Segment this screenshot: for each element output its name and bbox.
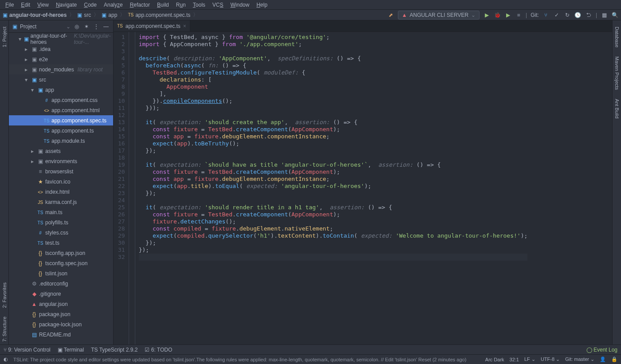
git-history-icon[interactable]: 🕓 <box>574 12 582 19</box>
theme-indicator[interactable]: Arc Dark <box>485 357 504 362</box>
tree-item[interactable]: {}package-lock.json <box>9 319 113 329</box>
tree-item[interactable]: ▸▣assets <box>9 146 113 156</box>
stop-button[interactable]: ■ <box>515 12 522 19</box>
line-ending[interactable]: LF ⌄ <box>524 356 535 362</box>
hide-panel-icon[interactable]: — <box>102 23 110 30</box>
menu-window[interactable]: Window <box>227 0 253 9</box>
tree-item[interactable]: TSapp.component.spec.ts <box>9 115 113 125</box>
tree-item[interactable]: ▤README.md <box>9 329 113 340</box>
menu-view[interactable]: View <box>34 0 52 9</box>
git-branch[interactable]: Git: master ⌄ <box>565 356 594 362</box>
tool-vcs-tab[interactable]: ⑂ 9: Version Control <box>4 347 51 353</box>
fold-gutter <box>129 32 135 344</box>
tree-item[interactable]: JSkarma.conf.js <box>9 197 113 207</box>
tree-item[interactable]: ◆.gitignore <box>9 289 113 299</box>
settings-icon[interactable]: ⋮ <box>93 23 100 30</box>
lock-icon[interactable]: 🔒 <box>611 356 617 362</box>
project-tree[interactable]: ▾▣angular-tour-of-heroesK:\Dev\angular-t… <box>9 33 113 344</box>
git-revert-icon[interactable]: ⮌ <box>585 12 592 19</box>
tree-item[interactable]: TStest.ts <box>9 238 113 248</box>
tree-item[interactable]: ▲angular.json <box>9 299 113 309</box>
tree-item[interactable]: ▾▣src <box>9 74 113 85</box>
chevron-right-icon: 〉 <box>69 11 75 19</box>
tree-item[interactable]: {}tslint.json <box>9 268 113 278</box>
tool-favorites-tab[interactable]: 2: Favorites <box>1 280 8 310</box>
breadcrumb-src[interactable]: ▣src <box>77 12 91 18</box>
code-content[interactable]: import { TestBed, async } from '@angular… <box>135 32 528 344</box>
menu-refactor[interactable]: Refactor <box>126 0 153 9</box>
debug-button[interactable]: 🐞 <box>494 12 501 19</box>
tree-item[interactable]: ▸▣e2e <box>9 54 113 64</box>
tree-item[interactable]: <>app.component.html <box>9 105 113 115</box>
tree-item[interactable]: {}package.json <box>9 309 113 319</box>
menu-build[interactable]: Build <box>153 0 173 9</box>
tool-project-tab[interactable]: 1: Project <box>1 24 8 50</box>
tree-item[interactable]: TSpolyfills.ts <box>9 217 113 227</box>
event-log-tab[interactable]: ◯ Event Log <box>586 347 617 353</box>
tree-item[interactable]: TSapp.module.ts <box>9 136 113 146</box>
tool-ant-tab[interactable]: Ant Build <box>613 96 621 121</box>
menu-tools[interactable]: Tools <box>189 0 209 9</box>
menu-run[interactable]: Run <box>173 0 189 9</box>
tree-item[interactable]: ▸▣.idea <box>9 44 113 54</box>
tree-item[interactable]: <>index.html <box>9 187 113 197</box>
breadcrumb-file[interactable]: TSapp.component.spec.ts <box>128 12 190 18</box>
tree-item[interactable]: ▸▣node_moduleslibrary root <box>9 64 113 74</box>
run-config-selector[interactable]: ▲ ANGULAR CLI SERVER ⌄ <box>398 11 480 20</box>
run-coverage-button[interactable]: ▶ <box>504 12 511 19</box>
chevron-right-icon: 〉 <box>193 11 198 19</box>
tool-todo-tab[interactable]: ☑ 6: TODO <box>145 347 172 353</box>
breadcrumb: ▣angular-tour-of-heroes 〉 ▣src 〉 ▣app 〉 … <box>3 11 385 19</box>
tree-item[interactable]: ▾▣app <box>9 85 113 95</box>
collapse-icon[interactable]: ✶ <box>83 23 90 30</box>
menu-code[interactable]: Code <box>80 0 100 9</box>
tool-database-tab[interactable]: Database <box>613 24 621 50</box>
code-editor[interactable]: 1234567891011121314151617181920212223242… <box>114 32 612 344</box>
tool-structure-tab[interactable]: 7: Structure <box>1 314 8 344</box>
chevron-right-icon: 〉 <box>120 11 125 19</box>
project-view-title[interactable]: Project <box>20 23 63 30</box>
git-label: Git: <box>531 12 539 18</box>
git-branch-icon[interactable]: ⑂ <box>542 12 550 19</box>
menu-vcs[interactable]: VCS <box>209 0 227 9</box>
git-commit-icon[interactable]: ✓ <box>553 12 560 19</box>
tree-item[interactable]: {}tsconfig.spec.json <box>9 258 113 268</box>
tree-item[interactable]: ▸▣environments <box>9 156 113 166</box>
bottom-tool-bar: ⑂ 9: Version Control ▣ Terminal TS TypeS… <box>0 344 621 354</box>
search-everywhere-icon[interactable]: 🔍 <box>611 12 618 19</box>
tree-item[interactable]: ▾▣angular-tour-of-heroesK:\Dev\angular-t… <box>9 34 113 44</box>
tool-terminal-tab[interactable]: ▣ Terminal <box>58 347 84 353</box>
tool-typescript-tab[interactable]: TS TypeScript 2.9.2 <box>91 347 138 353</box>
menu-help[interactable]: Help <box>253 0 271 9</box>
menu-analyze[interactable]: Analyze <box>100 0 126 9</box>
tree-item[interactable]: ≡browserslist <box>9 166 113 176</box>
tree-item[interactable]: #styles.css <box>9 227 113 238</box>
tree-item[interactable]: TSmain.ts <box>9 207 113 217</box>
menu-bar: File Edit View Navigate Code Analyze Ref… <box>0 0 621 10</box>
file-encoding[interactable]: UTF-8 ⌄ <box>541 356 560 362</box>
tree-item[interactable]: ★favicon.ico <box>9 176 113 187</box>
tree-item[interactable]: TSapp.component.ts <box>9 125 113 136</box>
editor-tab[interactable]: TS app.component.spec.ts × <box>114 20 190 31</box>
ide-settings-icon[interactable]: ▦ <box>601 12 608 19</box>
breadcrumb-project[interactable]: ▣angular-tour-of-heroes <box>3 12 67 18</box>
caret-position[interactable]: 32:1 <box>510 357 519 362</box>
build-icon[interactable]: ⬈ <box>387 12 394 19</box>
tree-item[interactable]: #app.component.css <box>9 95 113 105</box>
inspections-icon[interactable]: 👤 <box>600 356 606 362</box>
folder-icon: ▣ <box>12 23 17 30</box>
menu-navigate[interactable]: Navigate <box>52 0 80 9</box>
target-icon[interactable]: ◎ <box>73 23 80 30</box>
menu-file[interactable]: File <box>2 0 17 9</box>
status-icon[interactable]: ◐ <box>4 356 8 362</box>
menu-edit[interactable]: Edit <box>17 0 34 9</box>
tree-item[interactable]: {}tsconfig.app.json <box>9 248 113 258</box>
run-button[interactable]: ▶ <box>483 12 490 19</box>
tool-maven-tab[interactable]: Maven Projects <box>613 54 621 93</box>
tree-item[interactable]: ⚙.editorconfig <box>9 278 113 289</box>
status-message[interactable]: TSLint: The project code style and edito… <box>13 357 480 362</box>
breadcrumb-app[interactable]: ▣app <box>102 12 117 18</box>
git-update-icon[interactable]: ↻ <box>564 12 571 19</box>
close-tab-icon[interactable]: × <box>183 23 186 29</box>
chevron-down-icon[interactable]: ⌄ <box>66 23 71 30</box>
